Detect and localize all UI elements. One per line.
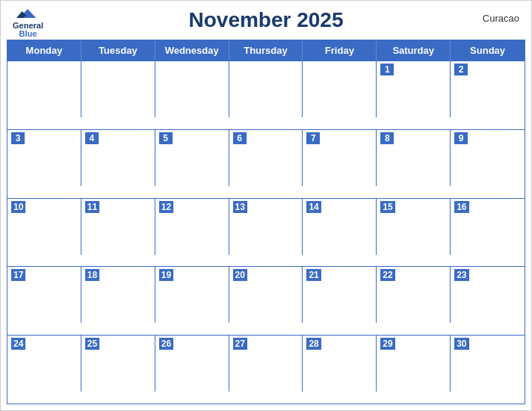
day-cell: 19 <box>155 267 229 323</box>
day-cell: 24 <box>7 336 81 392</box>
day-cell: 17 <box>7 267 81 323</box>
day-cell <box>81 61 155 117</box>
day-cell: 16 <box>451 199 525 255</box>
calendar-title: November 2025 <box>188 8 343 32</box>
date-number: 10 <box>11 201 25 213</box>
date-number: 19 <box>159 269 173 281</box>
date-number: 2 <box>454 64 468 75</box>
date-number: 14 <box>306 201 321 213</box>
logo-icon <box>16 7 39 20</box>
date-number: 26 <box>159 338 173 350</box>
date-number: 1 <box>380 64 394 75</box>
date-number: 15 <box>380 201 395 213</box>
day-cell: 20 <box>229 267 303 323</box>
day-cell: 26 <box>155 336 229 392</box>
day-cell: 14 <box>303 199 377 255</box>
date-number: 6 <box>233 132 247 144</box>
date-number: 17 <box>11 269 25 281</box>
calendar-header: General Blue November 2025 Curacao <box>1 1 531 37</box>
week-row-3: 10111213141516 <box>7 198 525 267</box>
date-number: 29 <box>380 338 395 350</box>
day-cell: 15 <box>377 199 451 255</box>
day-cell <box>7 61 81 117</box>
day-cell: 3 <box>7 130 81 186</box>
day-cell: 4 <box>81 130 155 186</box>
day-cell: 10 <box>7 199 81 255</box>
day-header-monday: Monday <box>7 40 81 61</box>
date-number: 4 <box>85 132 99 144</box>
day-headers-row: MondayTuesdayWednesdayThursdayFridaySatu… <box>7 40 525 61</box>
date-number: 12 <box>159 201 173 213</box>
date-number: 11 <box>85 201 99 213</box>
day-cell: 13 <box>229 199 303 255</box>
date-number: 30 <box>454 338 468 350</box>
day-cell: 11 <box>81 199 155 255</box>
week-row-4: 17181920212223 <box>7 266 525 335</box>
weeks-container: 1234567891011121314151617181920212223242… <box>7 61 525 404</box>
day-cell <box>155 61 229 117</box>
week-row-1: 12 <box>7 61 525 129</box>
day-cell: 6 <box>229 130 303 186</box>
day-cell: 27 <box>229 336 303 392</box>
date-number: 3 <box>11 132 25 144</box>
day-cell: 22 <box>377 267 451 323</box>
day-cell: 12 <box>155 199 229 255</box>
region-label: Curacao <box>483 13 519 24</box>
week-row-2: 3456789 <box>7 129 525 198</box>
day-cell: 25 <box>81 336 155 392</box>
calendar-container: General Blue November 2025 Curacao Monda… <box>0 0 532 411</box>
date-number: 22 <box>380 269 395 281</box>
day-header-friday: Friday <box>303 40 377 61</box>
logo: General Blue <box>13 7 43 38</box>
day-cell: 21 <box>303 267 377 323</box>
date-number: 24 <box>11 338 25 350</box>
date-number: 21 <box>306 269 321 281</box>
date-number: 25 <box>85 338 99 350</box>
date-number: 20 <box>233 269 247 281</box>
day-cell: 28 <box>303 336 377 392</box>
day-header-sunday: Sunday <box>451 40 525 61</box>
day-header-saturday: Saturday <box>377 40 451 61</box>
date-number: 7 <box>306 132 320 144</box>
day-cell: 1 <box>377 61 451 117</box>
calendar-table: MondayTuesdayWednesdayThursdayFridaySatu… <box>7 40 525 404</box>
day-cell: 30 <box>451 336 525 392</box>
day-cell: 2 <box>451 61 525 117</box>
day-header-wednesday: Wednesday <box>155 40 229 61</box>
day-cell: 5 <box>155 130 229 186</box>
date-number: 28 <box>306 338 321 350</box>
date-number: 16 <box>454 201 468 213</box>
day-header-tuesday: Tuesday <box>81 40 155 61</box>
day-cell <box>303 61 377 117</box>
day-cell: 7 <box>303 130 377 186</box>
day-cell: 18 <box>81 267 155 323</box>
logo-text-blue: Blue <box>19 30 37 38</box>
date-number: 9 <box>454 132 468 144</box>
date-number: 18 <box>85 269 99 281</box>
day-cell: 9 <box>451 130 525 186</box>
day-cell: 23 <box>451 267 525 323</box>
day-cell <box>229 61 303 117</box>
day-cell: 29 <box>377 336 451 392</box>
date-number: 8 <box>380 132 394 144</box>
day-cell: 8 <box>377 130 451 186</box>
date-number: 5 <box>159 132 173 144</box>
date-number: 27 <box>233 338 247 350</box>
date-number: 23 <box>454 269 468 281</box>
week-row-5: 24252627282930 <box>7 335 525 404</box>
date-number: 13 <box>233 201 247 213</box>
day-header-thursday: Thursday <box>229 40 303 61</box>
